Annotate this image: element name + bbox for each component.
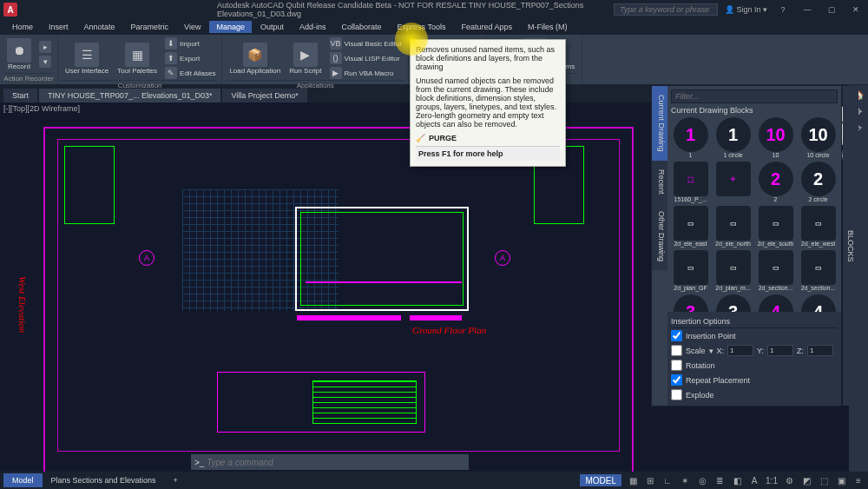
menu-annotate[interactable]: Annotate <box>77 21 122 33</box>
menu-featured-apps[interactable]: Featured Apps <box>454 21 519 33</box>
block-item[interactable]: ▭2d_ele_north <box>713 206 753 247</box>
block-item[interactable]: 44 <box>756 294 795 312</box>
blocks-panel: Current Drawing Recent Other Drawing Cur… <box>651 85 842 406</box>
polar-icon[interactable]: ✶ <box>679 474 691 486</box>
grid-icon[interactable]: ▦ <box>627 474 639 486</box>
edit-icon: ✎ <box>165 67 177 79</box>
block-item[interactable]: ✧ <box>713 162 753 202</box>
tab-current-drawing[interactable]: Current Drawing <box>652 86 667 161</box>
vba-button[interactable]: ▶Run VBA Macro <box>327 66 405 80</box>
action-dropdown[interactable]: ▾ <box>36 55 54 69</box>
record-button[interactable]: ⏺ Record <box>3 36 35 72</box>
file-tab[interactable]: Villa Project Demo* <box>222 89 306 102</box>
model-space-button[interactable]: MODEL <box>580 474 621 486</box>
menu-view[interactable]: View <box>177 21 207 33</box>
script-icon: ▶ <box>293 43 318 67</box>
transparency-icon[interactable]: ◧ <box>731 474 743 486</box>
command-input[interactable] <box>207 458 465 467</box>
menu-collaborate[interactable]: Collaborate <box>335 21 389 33</box>
tab-other-drawing[interactable]: Other Drawing <box>652 202 667 270</box>
menu-parametric[interactable]: Parametric <box>124 21 176 33</box>
add-layout-button[interactable]: + <box>165 473 187 487</box>
clean-icon[interactable]: ▣ <box>835 474 847 486</box>
block-item[interactable]: 22 <box>756 162 795 202</box>
file-tab[interactable]: Start <box>3 89 37 102</box>
snap-icon[interactable]: ⊞ <box>644 474 656 486</box>
block-item[interactable]: 33 circle <box>713 294 753 312</box>
block-item[interactable]: 1010 circle <box>799 117 838 158</box>
osnap-icon[interactable]: ◎ <box>696 474 708 486</box>
block-item[interactable]: ▭2d_ele_west <box>799 206 838 247</box>
vle-button[interactable]: ()Visual LISP Editor <box>327 51 405 65</box>
scale-x-input[interactable] <box>727 345 753 356</box>
command-line[interactable]: >_ <box>191 454 469 470</box>
cui-button[interactable]: ☰User Interface <box>62 41 112 76</box>
blocks-filter-input[interactable] <box>671 89 838 103</box>
block-item[interactable]: 22 circle <box>799 162 838 202</box>
help-icon[interactable]: ? <box>774 3 792 16</box>
app-logo[interactable]: A <box>3 3 17 17</box>
block-item[interactable]: 33 <box>671 294 710 312</box>
menu-manage[interactable]: Manage <box>209 21 252 33</box>
record-icon: ⏺ <box>7 38 31 63</box>
gear-icon[interactable]: ⚙ <box>783 474 795 486</box>
menu-insert[interactable]: Insert <box>42 21 76 33</box>
explode-checkbox[interactable] <box>671 389 682 400</box>
annotation-icon[interactable]: A <box>748 474 760 486</box>
maximize-icon[interactable]: ▢ <box>823 3 840 16</box>
vbe-button[interactable]: VBVisual Basic Editor <box>327 36 405 50</box>
model-tab[interactable]: Model <box>3 473 43 487</box>
file-tab[interactable]: TINY HOUSE_TRP007_... Elevations_01_D03* <box>39 89 220 102</box>
customize-icon[interactable]: ≡ <box>852 474 865 486</box>
tool-palettes-button[interactable]: ▦Tool Palettes <box>114 41 161 76</box>
close-icon[interactable]: ✕ <box>847 3 865 16</box>
isolate-icon[interactable]: ◩ <box>800 474 812 486</box>
rotation-checkbox[interactable] <box>671 360 682 371</box>
window-title: Autodesk AutoCAD Qubit Release Candidate… <box>217 1 651 18</box>
insertion-point-checkbox[interactable] <box>671 330 682 341</box>
floor-plan-label: Ground Floor Plan <box>412 325 486 335</box>
section-marker: A <box>139 250 155 266</box>
import-button[interactable]: ⬇Import <box>162 36 218 50</box>
play-button[interactable]: ▸ <box>36 40 54 54</box>
block-item[interactable]: 11 <box>671 117 710 158</box>
scale-y-input[interactable] <box>767 345 793 356</box>
scale-icon[interactable]: 1:1 <box>766 474 778 486</box>
export-button[interactable]: ⬆Export <box>162 51 218 65</box>
run-script-button[interactable]: ▶Run Script <box>286 41 325 76</box>
load-icon: 📦 <box>243 43 267 67</box>
block-item[interactable]: ▭2d_ele_east <box>671 206 710 247</box>
tab-recent[interactable]: Recent <box>652 161 667 203</box>
layout-tab[interactable]: Plans Sections and Elevations <box>43 473 165 487</box>
block-item[interactable]: ▭2d_plan_m... <box>713 250 753 291</box>
viewport-label[interactable]: [-][Top][2D Wireframe] <box>3 104 80 113</box>
block-item[interactable]: 1010 <box>756 117 795 158</box>
blocks-side-label[interactable]: BLOCKS <box>843 86 858 406</box>
hardware-icon[interactable]: ⬚ <box>818 474 830 486</box>
block-item[interactable]: 11 circle <box>713 117 753 158</box>
scale-z-input[interactable] <box>807 345 833 356</box>
repeat-checkbox[interactable] <box>671 374 682 386</box>
floor-plan <box>295 207 469 311</box>
menu-home[interactable]: Home <box>5 21 40 33</box>
title-bar: A Autodesk AutoCAD Qubit Release Candida… <box>0 0 868 19</box>
menu-output[interactable]: Output <box>253 21 291 33</box>
block-item[interactable]: ▭2d_section... <box>756 250 795 291</box>
block-item[interactable]: ⬚15160_P_... <box>671 162 710 202</box>
block-item[interactable]: ▭2d_section... <box>799 250 838 291</box>
lineweight-icon[interactable]: ≣ <box>713 474 726 486</box>
scale-checkbox[interactable] <box>671 345 682 356</box>
block-item[interactable]: ▭2d_ele_south <box>756 206 795 247</box>
minimize-icon[interactable]: — <box>799 3 816 16</box>
cui-icon: ☰ <box>75 43 99 67</box>
blocks-heading: Current Drawing Blocks <box>671 103 838 117</box>
menu-express-tools[interactable]: Express Tools <box>391 21 453 33</box>
block-item[interactable]: ▭2d_plan_GF <box>671 250 710 291</box>
menu-m-files-m-[interactable]: M-Files (M) <box>521 21 575 33</box>
ortho-icon[interactable]: ∟ <box>661 474 674 486</box>
edit-aliases-button[interactable]: ✎Edit Aliases <box>162 66 218 80</box>
menu-add-ins[interactable]: Add-ins <box>293 21 333 33</box>
load-app-button[interactable]: 📦Load Application <box>226 41 284 76</box>
block-item[interactable]: 44 circle <box>799 294 838 312</box>
signin-button[interactable]: 👤 Sign In ▾ <box>725 5 767 14</box>
